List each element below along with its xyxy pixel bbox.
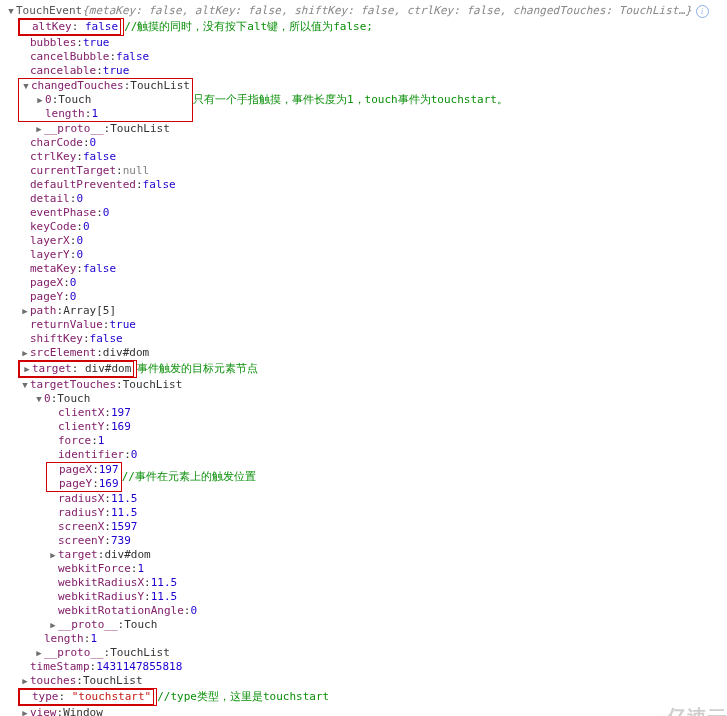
- prop-value: false: [90, 332, 123, 346]
- prop-value: 1: [90, 632, 97, 646]
- chevron-right-icon[interactable]: ▶: [34, 122, 44, 136]
- prop-key: keyCode: [30, 220, 76, 234]
- prop-key: length: [44, 632, 84, 646]
- prop-key: identifier: [58, 448, 124, 462]
- prop-row: metaKey: false: [6, 262, 727, 276]
- prop-key: returnValue: [30, 318, 103, 332]
- prop-row: cancelable: true: [6, 64, 727, 78]
- prop-value: Touch: [57, 392, 90, 406]
- prop-value: 11.5: [151, 576, 178, 590]
- prop-row: screenX: 1597: [6, 520, 727, 534]
- prop-row: altKey: false //触摸的同时，没有按下alt键，所以值为false…: [6, 18, 727, 36]
- prop-value: 169: [111, 420, 131, 434]
- prop-row: returnValue: true: [6, 318, 727, 332]
- prop-row: ▼changedTouches: TouchList: [21, 79, 190, 93]
- prop-row: type: "touchstart" //type类型，这里是touchstar…: [6, 688, 727, 706]
- chevron-right-icon[interactable]: ▶: [34, 646, 44, 660]
- prop-value: TouchList: [110, 646, 170, 660]
- watermark-text: 亿速云: [667, 710, 727, 716]
- prop-row: charCode: 0: [6, 136, 727, 150]
- prop-value: 0: [70, 276, 77, 290]
- chevron-right-icon[interactable]: ▶: [20, 706, 30, 716]
- prop-key: pageX: [30, 276, 63, 290]
- prop-value: 0: [83, 220, 90, 234]
- prop-key: length: [45, 107, 85, 121]
- prop-key: clientY: [58, 420, 104, 434]
- prop-key: pageY: [30, 290, 63, 304]
- annotation: 事件触发的目标元素节点: [137, 362, 258, 376]
- prop-key: srcElement: [30, 346, 96, 360]
- prop-row: ▶__proto__: TouchList: [6, 122, 727, 136]
- object-preview: {metaKey: false, altKey: false, shiftKey…: [82, 4, 691, 18]
- prop-row: ▼changedTouches: TouchList▶0: Touchlengt…: [6, 78, 727, 122]
- prop-key: currentTarget: [30, 164, 116, 178]
- prop-row: ▶__proto__: Touch: [6, 618, 727, 632]
- prop-value: div#dom: [104, 548, 150, 562]
- chevron-right-icon[interactable]: ▶: [22, 362, 32, 376]
- prop-row: layerY: 0: [6, 248, 727, 262]
- prop-key: cancelable: [30, 64, 96, 78]
- object-header[interactable]: ▼TouchEvent {metaKey: false, altKey: fal…: [6, 4, 727, 18]
- prop-key: __proto__: [58, 618, 118, 632]
- prop-row: detail: 0: [6, 192, 727, 206]
- prop-row: pageX: 197pageY: 169 //事件在元素上的触发位置: [6, 462, 727, 492]
- prop-value: 0: [190, 604, 197, 618]
- prop-row: ▶__proto__: TouchList: [6, 646, 727, 660]
- prop-row: webkitRadiusY: 11.5: [6, 590, 727, 604]
- prop-row: ▼0: Touch: [6, 392, 727, 406]
- prop-row: defaultPrevented: false: [6, 178, 727, 192]
- prop-key: force: [58, 434, 91, 448]
- prop-key: screenY: [58, 534, 104, 548]
- prop-value: false: [83, 150, 116, 164]
- prop-row: screenY: 739: [6, 534, 727, 548]
- prop-row: ▶view: Window: [6, 706, 727, 716]
- chevron-right-icon[interactable]: ▶: [48, 618, 58, 632]
- prop-key: shiftKey: [30, 332, 83, 346]
- prop-row: ▶0: Touch: [21, 93, 190, 107]
- prop-value: 0: [131, 448, 138, 462]
- chevron-down-icon[interactable]: ▼: [6, 4, 16, 18]
- prop-value: 0: [76, 234, 83, 248]
- prop-key: layerX: [30, 234, 70, 248]
- prop-key: screenX: [58, 520, 104, 534]
- prop-key: webkitRadiusY: [58, 590, 144, 604]
- chevron-down-icon[interactable]: ▼: [34, 392, 44, 406]
- prop-row: webkitRadiusX: 11.5: [6, 576, 727, 590]
- prop-key: view: [30, 706, 57, 716]
- prop-key: charCode: [30, 136, 83, 150]
- annotation: //事件在元素上的触发位置: [122, 470, 256, 484]
- prop-value: false: [83, 262, 116, 276]
- prop-value: 11.5: [151, 590, 178, 604]
- prop-row: ▶path: Array[5]: [6, 304, 727, 318]
- chevron-down-icon[interactable]: ▼: [21, 79, 31, 93]
- prop-value: Window: [63, 706, 103, 716]
- prop-row: radiusX: 11.5: [6, 492, 727, 506]
- prop-key: target: [58, 548, 98, 562]
- chevron-down-icon[interactable]: ▼: [20, 378, 30, 392]
- prop-key: altKey: [32, 20, 72, 33]
- prop-key: cancelBubble: [30, 50, 109, 64]
- prop-value: 739: [111, 534, 131, 548]
- prop-key: 0: [44, 392, 51, 406]
- prop-key: type: [32, 690, 59, 703]
- prop-value: 0: [103, 206, 110, 220]
- prop-row: pageY: 0: [6, 290, 727, 304]
- chevron-right-icon[interactable]: ▶: [20, 346, 30, 360]
- chevron-right-icon[interactable]: ▶: [20, 674, 30, 688]
- prop-row: timeStamp: 1431147855818: [6, 660, 727, 674]
- chevron-right-icon[interactable]: ▶: [35, 93, 45, 107]
- chevron-right-icon[interactable]: ▶: [48, 548, 58, 562]
- prop-key: 0: [45, 93, 52, 107]
- prop-key: __proto__: [44, 646, 104, 660]
- prop-value: TouchList: [123, 378, 183, 392]
- prop-key: changedTouches: [31, 79, 124, 93]
- chevron-right-icon[interactable]: ▶: [20, 304, 30, 318]
- prop-value: true: [83, 36, 110, 50]
- prop-row: layerX: 0: [6, 234, 727, 248]
- info-icon[interactable]: i: [696, 5, 709, 18]
- prop-value: 197: [99, 463, 119, 477]
- prop-key: timeStamp: [30, 660, 90, 674]
- prop-key: webkitForce: [58, 562, 131, 576]
- prop-value: 1: [98, 434, 105, 448]
- prop-row: keyCode: 0: [6, 220, 727, 234]
